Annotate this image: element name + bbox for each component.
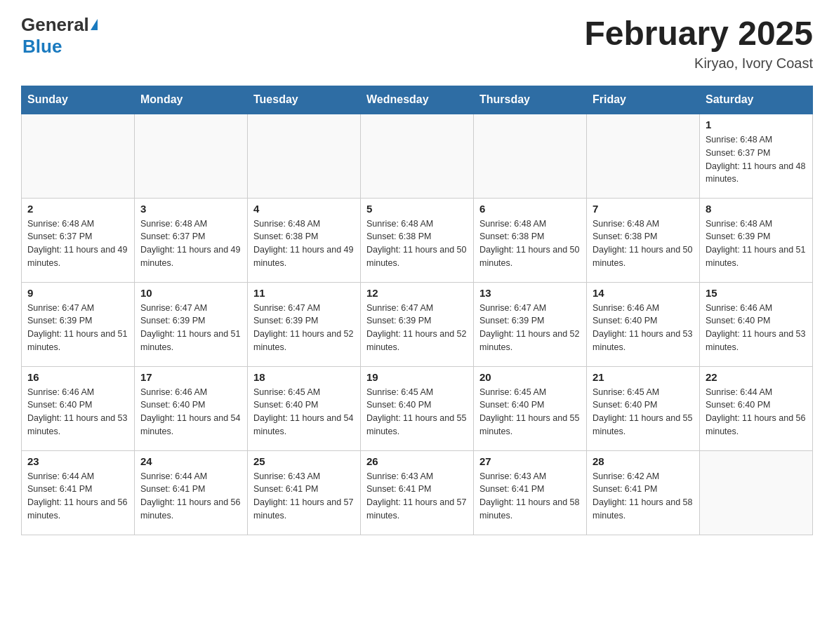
day-number: 7	[593, 203, 694, 215]
calendar-day-cell: 18Sunrise: 6:45 AM Sunset: 6:40 PM Dayli…	[248, 366, 361, 450]
day-of-week-header: Wednesday	[361, 86, 474, 114]
day-of-week-header: Friday	[587, 86, 700, 114]
day-of-week-header: Monday	[135, 86, 248, 114]
day-number: 17	[140, 371, 241, 383]
page-header: General Blue February 2025 Kiryao, Ivory…	[21, 14, 813, 72]
day-info: Sunrise: 6:45 AM Sunset: 6:40 PM Dayligh…	[593, 386, 694, 438]
day-info: Sunrise: 6:45 AM Sunset: 6:40 PM Dayligh…	[253, 386, 355, 438]
day-number: 27	[479, 455, 581, 467]
day-info: Sunrise: 6:45 AM Sunset: 6:40 PM Dayligh…	[479, 386, 581, 438]
logo-blue-text: Blue	[22, 36, 62, 58]
day-number: 2	[27, 203, 128, 215]
calendar-day-cell: 6Sunrise: 6:48 AM Sunset: 6:38 PM Daylig…	[474, 198, 587, 282]
calendar-day-cell: 8Sunrise: 6:48 AM Sunset: 6:39 PM Daylig…	[700, 198, 813, 282]
calendar-day-cell: 21Sunrise: 6:45 AM Sunset: 6:40 PM Dayli…	[587, 366, 700, 450]
calendar-table: SundayMondayTuesdayWednesdayThursdayFrid…	[21, 86, 813, 535]
day-number: 6	[479, 203, 581, 215]
calendar-day-cell	[474, 114, 587, 198]
day-number: 4	[253, 203, 355, 215]
day-number: 10	[140, 287, 241, 299]
day-of-week-header: Thursday	[474, 86, 587, 114]
day-info: Sunrise: 6:44 AM Sunset: 6:40 PM Dayligh…	[706, 386, 807, 438]
day-number: 3	[140, 203, 241, 215]
day-number: 12	[366, 287, 468, 299]
day-info: Sunrise: 6:48 AM Sunset: 6:37 PM Dayligh…	[140, 217, 241, 270]
calendar-day-cell	[135, 114, 248, 198]
calendar-day-cell: 28Sunrise: 6:42 AM Sunset: 6:41 PM Dayli…	[587, 450, 700, 535]
day-info: Sunrise: 6:44 AM Sunset: 6:41 PM Dayligh…	[27, 470, 128, 523]
calendar-day-cell: 12Sunrise: 6:47 AM Sunset: 6:39 PM Dayli…	[361, 282, 474, 366]
calendar-day-cell: 15Sunrise: 6:46 AM Sunset: 6:40 PM Dayli…	[700, 282, 813, 366]
day-info: Sunrise: 6:47 AM Sunset: 6:39 PM Dayligh…	[140, 302, 241, 354]
logo-triangle-icon	[91, 19, 98, 30]
day-info: Sunrise: 6:44 AM Sunset: 6:41 PM Dayligh…	[140, 470, 241, 523]
calendar-day-cell: 1Sunrise: 6:48 AM Sunset: 6:37 PM Daylig…	[700, 114, 813, 198]
day-info: Sunrise: 6:47 AM Sunset: 6:39 PM Dayligh…	[479, 302, 581, 354]
calendar-week-row: 2Sunrise: 6:48 AM Sunset: 6:37 PM Daylig…	[22, 198, 813, 282]
calendar-day-cell: 20Sunrise: 6:45 AM Sunset: 6:40 PM Dayli…	[474, 366, 587, 450]
calendar-day-cell	[587, 114, 700, 198]
day-number: 16	[27, 371, 128, 383]
day-number: 8	[706, 203, 807, 215]
calendar-day-cell: 14Sunrise: 6:46 AM Sunset: 6:40 PM Dayli…	[587, 282, 700, 366]
day-info: Sunrise: 6:45 AM Sunset: 6:40 PM Dayligh…	[366, 386, 468, 438]
calendar-day-cell: 5Sunrise: 6:48 AM Sunset: 6:38 PM Daylig…	[361, 198, 474, 282]
calendar-day-cell: 4Sunrise: 6:48 AM Sunset: 6:38 PM Daylig…	[248, 198, 361, 282]
calendar-day-cell: 10Sunrise: 6:47 AM Sunset: 6:39 PM Dayli…	[135, 282, 248, 366]
calendar-week-row: 16Sunrise: 6:46 AM Sunset: 6:40 PM Dayli…	[22, 366, 813, 450]
day-info: Sunrise: 6:48 AM Sunset: 6:37 PM Dayligh…	[706, 133, 807, 186]
calendar-day-cell: 24Sunrise: 6:44 AM Sunset: 6:41 PM Dayli…	[135, 450, 248, 535]
day-number: 25	[253, 455, 355, 467]
day-number: 18	[253, 371, 355, 383]
day-info: Sunrise: 6:43 AM Sunset: 6:41 PM Dayligh…	[479, 470, 581, 523]
calendar-day-cell: 19Sunrise: 6:45 AM Sunset: 6:40 PM Dayli…	[361, 366, 474, 450]
day-number: 28	[593, 455, 694, 467]
calendar-week-row: 23Sunrise: 6:44 AM Sunset: 6:41 PM Dayli…	[22, 450, 813, 535]
day-info: Sunrise: 6:46 AM Sunset: 6:40 PM Dayligh…	[140, 386, 241, 438]
calendar-day-cell	[361, 114, 474, 198]
calendar-day-cell: 27Sunrise: 6:43 AM Sunset: 6:41 PM Dayli…	[474, 450, 587, 535]
day-number: 24	[140, 455, 241, 467]
day-info: Sunrise: 6:48 AM Sunset: 6:38 PM Dayligh…	[479, 217, 581, 270]
day-of-week-header: Sunday	[22, 86, 135, 114]
day-info: Sunrise: 6:48 AM Sunset: 6:38 PM Dayligh…	[366, 217, 468, 270]
day-info: Sunrise: 6:43 AM Sunset: 6:41 PM Dayligh…	[253, 470, 355, 523]
day-number: 13	[479, 287, 581, 299]
day-number: 9	[27, 287, 128, 299]
calendar-day-cell: 9Sunrise: 6:47 AM Sunset: 6:39 PM Daylig…	[22, 282, 135, 366]
calendar-header: SundayMondayTuesdayWednesdayThursdayFrid…	[22, 86, 813, 114]
calendar-day-cell	[700, 450, 813, 535]
day-info: Sunrise: 6:47 AM Sunset: 6:39 PM Dayligh…	[366, 302, 468, 354]
day-number: 22	[706, 371, 807, 383]
logo: General Blue	[21, 14, 98, 58]
month-title: February 2025	[584, 14, 813, 53]
day-info: Sunrise: 6:48 AM Sunset: 6:39 PM Dayligh…	[706, 217, 807, 270]
calendar-day-cell: 13Sunrise: 6:47 AM Sunset: 6:39 PM Dayli…	[474, 282, 587, 366]
day-info: Sunrise: 6:48 AM Sunset: 6:37 PM Dayligh…	[27, 217, 128, 270]
day-number: 1	[706, 119, 807, 130]
day-number: 11	[253, 287, 355, 299]
day-number: 21	[593, 371, 694, 383]
day-info: Sunrise: 6:47 AM Sunset: 6:39 PM Dayligh…	[27, 302, 128, 354]
day-info: Sunrise: 6:46 AM Sunset: 6:40 PM Dayligh…	[593, 302, 694, 354]
day-number: 19	[366, 371, 468, 383]
calendar-day-cell: 2Sunrise: 6:48 AM Sunset: 6:37 PM Daylig…	[22, 198, 135, 282]
day-number: 20	[479, 371, 581, 383]
calendar-day-cell: 11Sunrise: 6:47 AM Sunset: 6:39 PM Dayli…	[248, 282, 361, 366]
day-number: 23	[27, 455, 128, 467]
calendar-day-cell: 17Sunrise: 6:46 AM Sunset: 6:40 PM Dayli…	[135, 366, 248, 450]
day-info: Sunrise: 6:46 AM Sunset: 6:40 PM Dayligh…	[27, 386, 128, 438]
calendar-day-cell: 26Sunrise: 6:43 AM Sunset: 6:41 PM Dayli…	[361, 450, 474, 535]
calendar-day-cell	[22, 114, 135, 198]
calendar-day-cell	[248, 114, 361, 198]
title-block: February 2025 Kiryao, Ivory Coast	[584, 14, 813, 72]
calendar-day-cell: 25Sunrise: 6:43 AM Sunset: 6:41 PM Dayli…	[248, 450, 361, 535]
calendar-day-cell: 16Sunrise: 6:46 AM Sunset: 6:40 PM Dayli…	[22, 366, 135, 450]
calendar-day-cell: 3Sunrise: 6:48 AM Sunset: 6:37 PM Daylig…	[135, 198, 248, 282]
day-number: 14	[593, 287, 694, 299]
calendar-body: 1Sunrise: 6:48 AM Sunset: 6:37 PM Daylig…	[22, 114, 813, 535]
day-info: Sunrise: 6:47 AM Sunset: 6:39 PM Dayligh…	[253, 302, 355, 354]
day-info: Sunrise: 6:48 AM Sunset: 6:38 PM Dayligh…	[593, 217, 694, 270]
day-info: Sunrise: 6:43 AM Sunset: 6:41 PM Dayligh…	[366, 470, 468, 523]
day-number: 26	[366, 455, 468, 467]
